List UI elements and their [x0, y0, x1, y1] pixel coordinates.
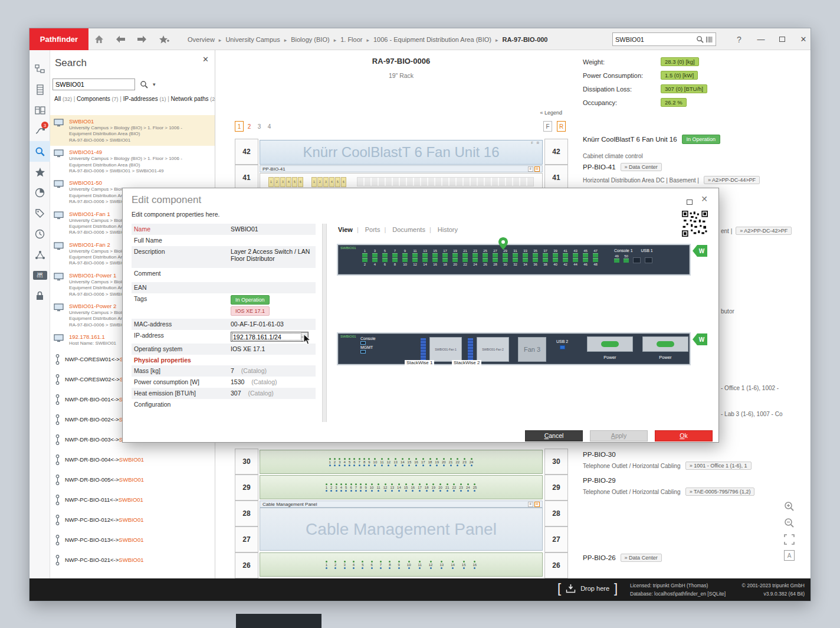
- rack-tab-3[interactable]: 3: [255, 121, 264, 132]
- link-badge[interactable]: » A2>PP-DC-44>PF: [704, 176, 760, 184]
- network-path-result-item[interactable]: NWP-DR-BIO-005<->SWBIO01: [50, 470, 215, 490]
- rack-tab-2[interactable]: 2: [245, 121, 254, 132]
- patch-port[interactable]: 2: [274, 177, 280, 187]
- panel-port[interactable]: 10: [373, 458, 378, 466]
- rack-tab-4[interactable]: 4: [265, 121, 274, 132]
- panel-port[interactable]: 23: [462, 458, 467, 466]
- panel-port[interactable]: 1: [326, 561, 327, 569]
- panel-port[interactable]: 14: [397, 483, 401, 492]
- switch-port-column[interactable]: 19 20: [451, 249, 460, 266]
- ip-address-icon[interactable]: 1920.0.1: [29, 265, 50, 286]
- panel-port[interactable]: 20: [438, 483, 442, 492]
- panel-port[interactable]: 15: [462, 561, 466, 569]
- close-button[interactable]: ✕: [794, 28, 813, 50]
- name-value[interactable]: SWBIO01: [231, 225, 313, 233]
- panel-port[interactable]: 14: [451, 561, 455, 569]
- switch-port-column[interactable]: 21 22: [461, 249, 470, 266]
- search-result-item[interactable]: SWBIO01-49 University Campus > Biology (…: [50, 146, 215, 176]
- panel-port[interactable]: 10: [370, 483, 374, 492]
- switch-port-column[interactable]: 7 8: [391, 249, 399, 266]
- link-badge[interactable]: » A2>PP-DC-42>PF: [736, 227, 792, 235]
- home-icon[interactable]: [90, 28, 109, 50]
- os-value[interactable]: IOS XE 17.1: [231, 345, 313, 352]
- switch-port-column[interactable]: 17 18: [441, 249, 449, 266]
- fan-module-3[interactable]: Fan 3: [518, 337, 546, 362]
- panel-port[interactable]: 22: [455, 458, 460, 466]
- patch-port[interactable]: 3: [323, 177, 329, 187]
- link-badge[interactable]: » TAE-0005-795/796 (1,2): [685, 488, 755, 496]
- patch-panel-26[interactable]: 12345678910111213141516: [260, 552, 543, 577]
- power-supply-2[interactable]: Power: [642, 336, 688, 360]
- switch-port-column[interactable]: 39 40: [551, 249, 560, 266]
- component-name[interactable]: PP-BIO-41: [583, 163, 616, 171]
- network-path-result-item[interactable]: NWP-DR-BIO-004<->SWBIO01: [50, 450, 215, 470]
- panel-port[interactable]: 4: [340, 483, 342, 492]
- breadcrumb-item[interactable]: 1006 - Equipment Distribution Area (BIO): [373, 36, 502, 43]
- switch-port-column[interactable]: 11 12: [411, 249, 419, 266]
- panel-port[interactable]: 24: [466, 483, 470, 492]
- search-icon[interactable]: [694, 35, 706, 43]
- panel-port[interactable]: 12: [387, 458, 391, 466]
- ok-button[interactable]: Ok: [655, 430, 713, 441]
- stackwise-connector-1[interactable]: [421, 338, 426, 361]
- panel-port[interactable]: 8: [360, 483, 362, 492]
- breadcrumb-item[interactable]: 1. Floor: [340, 36, 373, 43]
- tree-view-icon[interactable]: [29, 58, 50, 79]
- switch-port-column[interactable]: 9 10: [401, 249, 409, 266]
- panel-port[interactable]: 12: [383, 483, 388, 492]
- panel-port[interactable]: 9: [398, 561, 400, 569]
- fan-unit-component[interactable]: F R Knürr CoolBlastT 6 Fan Unit 16: [260, 140, 543, 165]
- power-supply-1[interactable]: Power: [587, 336, 633, 360]
- switch-port-column[interactable]: 15 16: [431, 249, 439, 266]
- switch-port-column[interactable]: 43 44: [571, 249, 580, 266]
- panel-port[interactable]: 15: [408, 458, 412, 466]
- switch-port-column[interactable]: 29 30: [501, 249, 510, 266]
- fan-module-2[interactable]: SWBIO01-Fan 2: [477, 337, 509, 362]
- patch-port[interactable]: 5: [335, 177, 340, 187]
- ip-address-input[interactable]: [231, 332, 309, 342]
- heat-value[interactable]: 307: [231, 390, 241, 397]
- panel-port[interactable]: 16: [414, 458, 418, 466]
- patch-panel-29[interactable]: 1234567891011121314151617181920212223242…: [260, 475, 543, 499]
- panel-port[interactable]: 4: [353, 561, 355, 569]
- network-path-result-item[interactable]: NWP-PC-BIO-013<->SWBIO01: [50, 530, 215, 550]
- search-filter-link[interactable]: Components (7): [77, 96, 123, 102]
- pie-chart-icon[interactable]: [29, 182, 50, 203]
- network-path-result-item[interactable]: NWP-PC-BIO-021<->SWBIO01: [50, 550, 215, 570]
- legend-link[interactable]: « Legend: [540, 110, 562, 116]
- breadcrumb-item[interactable]: Overview: [188, 36, 225, 43]
- uplink-port-49[interactable]: 49: [614, 254, 619, 263]
- panel-port[interactable]: 2: [334, 458, 336, 466]
- patch-port[interactable]: 3: [280, 177, 286, 187]
- switch-port-column[interactable]: 3 4: [370, 249, 379, 266]
- warning-tag-rear[interactable]: W: [693, 333, 707, 345]
- patch-port[interactable]: 6: [341, 177, 346, 187]
- minimize-button[interactable]: —: [752, 28, 770, 50]
- history-clock-icon[interactable]: [29, 224, 50, 244]
- panel-splitter[interactable]: [322, 224, 327, 422]
- switch-port-column[interactable]: 35 36: [531, 249, 540, 266]
- panel-port[interactable]: 16: [473, 561, 477, 569]
- global-search-input[interactable]: [613, 36, 694, 43]
- power-value[interactable]: 1530: [231, 378, 244, 385]
- patch-panel-strip[interactable]: PP-BIO-41 FR: [260, 165, 543, 172]
- switch-port-column[interactable]: 5 6: [380, 249, 389, 266]
- switch-port-column[interactable]: 13 14: [421, 249, 429, 266]
- panel-port[interactable]: 6: [370, 561, 372, 569]
- patch-port[interactable]: 5: [292, 177, 297, 187]
- favorite-star-icon[interactable]: [155, 28, 173, 50]
- zoom-in-icon[interactable]: [783, 501, 795, 512]
- panel-port[interactable]: 11: [380, 458, 383, 466]
- switch-front-view[interactable]: SWBIO01 1 2 3 4 5: [337, 244, 691, 276]
- panel-port[interactable]: 1: [329, 458, 331, 466]
- panel-port[interactable]: 12: [429, 561, 433, 569]
- cable-management-strip[interactable]: Cable Management Panel FR: [260, 501, 543, 508]
- panel-port[interactable]: 24: [470, 458, 474, 466]
- panel-port[interactable]: 20: [442, 458, 446, 466]
- tag-icon[interactable]: [29, 203, 50, 224]
- switch-port-column[interactable]: 25 26: [481, 249, 490, 266]
- panel-port[interactable]: 19: [435, 458, 439, 466]
- panel-port[interactable]: 7: [380, 561, 382, 569]
- favorites-icon[interactable]: [29, 162, 50, 182]
- tab-history[interactable]: History: [437, 226, 459, 233]
